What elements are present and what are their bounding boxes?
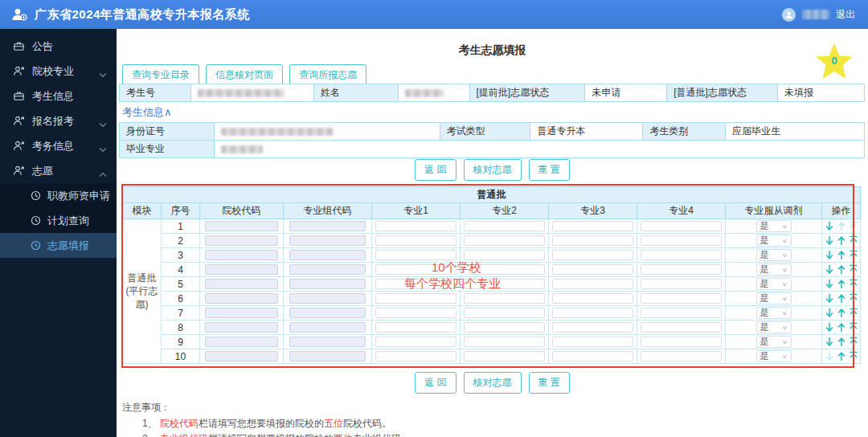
obey-select[interactable]: 是∨ (756, 292, 792, 304)
move-to-top-icon[interactable] (850, 250, 858, 260)
move-up-icon[interactable] (837, 322, 845, 333)
sidebar-item-院校专业[interactable]: 院校专业 (0, 59, 117, 84)
major-2-input[interactable] (464, 351, 544, 361)
major-group-code-input[interactable] (289, 337, 366, 347)
major-1-input[interactable] (375, 279, 456, 289)
move-down-icon[interactable] (825, 264, 833, 275)
major-group-code-input[interactable] (289, 264, 366, 275)
major-4-input[interactable] (641, 235, 721, 246)
major-2-input[interactable] (464, 337, 544, 347)
major-3-input[interactable] (552, 235, 633, 246)
college-code-input[interactable] (205, 221, 278, 231)
major-3-input[interactable] (552, 264, 633, 275)
major-2-input[interactable] (464, 221, 544, 231)
move-down-icon[interactable] (825, 293, 833, 304)
sidebar-item-志愿[interactable]: 志愿 (0, 158, 117, 183)
college-code-input[interactable] (205, 235, 278, 246)
major-1-input[interactable] (375, 221, 456, 231)
major-1-input[interactable] (375, 264, 456, 275)
move-down-icon[interactable] (825, 279, 833, 289)
move-to-top-icon[interactable] (850, 221, 858, 231)
user-avatar-icon[interactable] (782, 8, 796, 22)
major-4-input[interactable] (641, 264, 721, 275)
major-3-input[interactable] (552, 279, 633, 289)
sidebar-subitem-计划查询[interactable]: 计划查询 (0, 208, 117, 233)
back-button[interactable]: 返 回 (415, 372, 456, 394)
college-code-input[interactable] (205, 351, 278, 361)
move-to-top-icon[interactable] (850, 264, 858, 275)
major-2-input[interactable] (464, 235, 544, 246)
move-to-top-icon[interactable] (850, 279, 858, 289)
college-code-input[interactable] (205, 337, 278, 347)
obey-select[interactable]: 是∨ (756, 249, 792, 261)
major-group-code-input[interactable] (289, 279, 366, 289)
obey-select[interactable]: 是∨ (756, 263, 792, 276)
sidebar-subitem-职教师资申请[interactable]: 职教师资申请 (0, 183, 117, 208)
toolbar-button-查询专业目录[interactable]: 查询专业目录 (122, 64, 199, 86)
obey-select[interactable]: 是∨ (756, 350, 792, 362)
major-4-input[interactable] (641, 279, 721, 289)
toolbar-button-信息核对页面[interactable]: 信息核对页面 (206, 64, 283, 86)
major-3-input[interactable] (552, 351, 633, 361)
major-1-input[interactable] (375, 322, 456, 333)
sidebar-item-考生信息[interactable]: 考生信息 (0, 84, 117, 108)
logout-link[interactable]: 退出 (836, 8, 855, 22)
sidebar-item-报名报考[interactable]: 报名报考 (0, 108, 117, 133)
move-to-top-icon[interactable] (850, 235, 858, 246)
major-4-input[interactable] (641, 221, 721, 231)
college-code-input[interactable] (205, 308, 278, 318)
major-4-input[interactable] (641, 337, 721, 347)
back-button[interactable]: 返 回 (415, 159, 456, 181)
toolbar-button-查询所报志愿[interactable]: 查询所报志愿 (289, 64, 366, 86)
move-down-icon[interactable] (825, 308, 833, 318)
move-to-top-icon[interactable] (850, 337, 858, 347)
major-4-input[interactable] (641, 351, 721, 361)
college-code-input[interactable] (205, 293, 278, 304)
move-to-top-icon[interactable] (850, 293, 858, 304)
candidate-info-collapse-link[interactable]: 考生信息∧ (122, 105, 172, 120)
obey-select[interactable]: 是∨ (756, 307, 792, 319)
major-4-input[interactable] (641, 250, 721, 260)
move-to-top-icon[interactable] (850, 308, 858, 318)
major-1-input[interactable] (375, 250, 456, 260)
college-code-input[interactable] (205, 322, 278, 333)
obey-select[interactable]: 是∨ (756, 336, 792, 348)
major-3-input[interactable] (552, 293, 633, 304)
major-2-input[interactable] (464, 293, 544, 304)
major-2-input[interactable] (464, 264, 544, 275)
major-group-code-input[interactable] (289, 235, 366, 246)
move-up-icon[interactable] (837, 293, 845, 304)
major-2-input[interactable] (464, 250, 544, 260)
move-up-icon[interactable] (837, 264, 845, 275)
move-up-icon[interactable] (837, 235, 845, 246)
major-3-input[interactable] (552, 337, 633, 347)
major-1-input[interactable] (375, 337, 456, 347)
move-down-icon[interactable] (825, 235, 833, 246)
college-code-input[interactable] (205, 264, 278, 275)
major-2-input[interactable] (464, 308, 544, 318)
move-down-icon[interactable] (825, 221, 833, 231)
move-down-icon[interactable] (825, 337, 833, 347)
major-1-input[interactable] (375, 351, 456, 361)
move-to-top-icon[interactable] (850, 351, 858, 361)
major-2-input[interactable] (464, 279, 544, 289)
college-code-input[interactable] (205, 250, 278, 260)
major-group-code-input[interactable] (289, 293, 366, 304)
major-group-code-input[interactable] (289, 250, 366, 260)
move-down-icon[interactable] (825, 250, 833, 260)
major-1-input[interactable] (375, 293, 456, 304)
move-up-icon[interactable] (837, 337, 845, 347)
major-4-input[interactable] (641, 308, 721, 318)
move-up-icon[interactable] (837, 308, 845, 318)
reset-button[interactable]: 重 置 (529, 372, 570, 394)
major-4-input[interactable] (641, 322, 721, 333)
major-group-code-input[interactable] (289, 308, 366, 318)
move-up-icon[interactable] (837, 250, 845, 260)
reset-button[interactable]: 重 置 (529, 159, 570, 181)
college-code-input[interactable] (205, 279, 278, 289)
major-4-input[interactable] (641, 293, 721, 304)
major-2-input[interactable] (464, 322, 544, 333)
major-3-input[interactable] (552, 308, 633, 318)
major-1-input[interactable] (375, 308, 456, 318)
major-group-code-input[interactable] (289, 322, 366, 333)
